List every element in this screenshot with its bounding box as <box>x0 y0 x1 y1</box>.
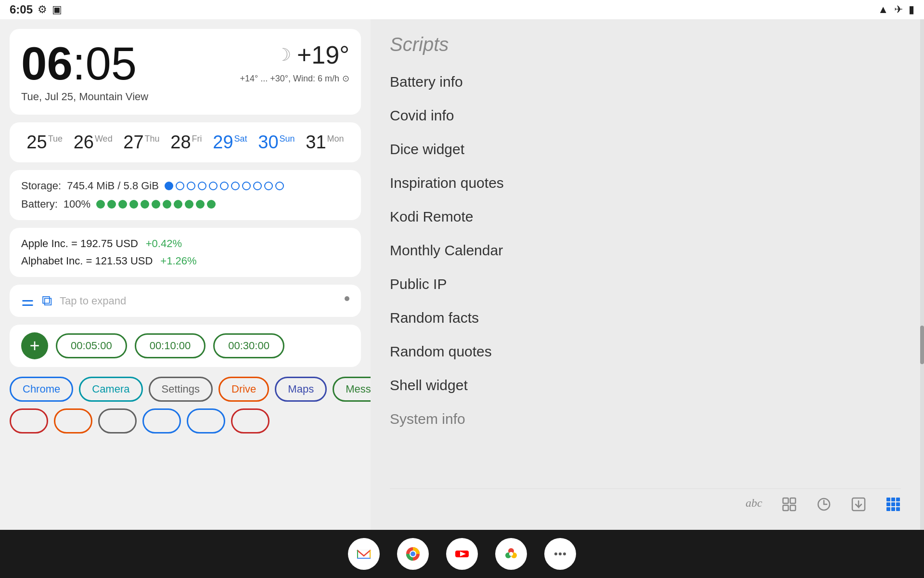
script-kodi-remote[interactable]: Kodi Remote <box>390 200 901 234</box>
app-settings[interactable]: Settings <box>149 377 213 402</box>
day-item-25[interactable]: 25Tue <box>26 132 63 153</box>
app-chrome[interactable]: Chrome <box>10 377 73 402</box>
script-random-facts[interactable]: Random facts <box>390 301 901 335</box>
app-row2-3[interactable] <box>98 408 137 434</box>
day-item-28[interactable]: 28Fri <box>170 132 202 153</box>
svg-rect-18 <box>357 558 371 559</box>
svg-rect-14 <box>896 507 900 511</box>
weather-moon-icon: ☽ <box>276 45 291 65</box>
svg-rect-2 <box>783 505 788 511</box>
app-drive[interactable]: Drive <box>218 377 269 402</box>
dock-photos[interactable] <box>495 538 527 570</box>
stock-name-apple: Apple Inc. = 192.75 USD <box>21 237 138 250</box>
svg-point-33 <box>559 552 562 555</box>
scripts-title: Scripts <box>390 34 901 55</box>
stock-row-apple: Apple Inc. = 192.75 USD +0.42% <box>21 237 349 250</box>
day-item-27[interactable]: 27Thu <box>123 132 159 153</box>
filter-icon: ⚌ <box>21 292 34 309</box>
svg-point-22 <box>411 552 415 556</box>
day-item-29[interactable]: 29Sat <box>213 132 247 153</box>
app-row2-5[interactable] <box>187 408 225 434</box>
clock-date: Tue, Jul 25, Mountain View <box>21 91 148 103</box>
download-box-icon[interactable] <box>851 497 866 515</box>
day-item-31[interactable]: 31Mon <box>306 132 344 153</box>
dock-youtube[interactable] <box>446 538 478 570</box>
right-panel: Scripts Battery info Covid info Dice wid… <box>371 19 920 530</box>
status-time: 6:05 <box>10 3 33 16</box>
timer-10min[interactable]: 00:10:00 <box>135 333 206 358</box>
battery-icon: ▮ <box>909 3 914 16</box>
number-grid-icon[interactable] <box>782 497 797 515</box>
day-item-26[interactable]: 26Wed <box>74 132 113 153</box>
svg-point-34 <box>563 552 566 555</box>
svg-rect-0 <box>783 498 788 503</box>
svg-rect-13 <box>891 507 895 511</box>
week-strip-card: 25Tue 26Wed 27Thu 28Fri 29Sat 30Sun 31Mo… <box>10 122 361 162</box>
app-row2-4[interactable] <box>142 408 181 434</box>
app-camera[interactable]: Camera <box>79 377 142 402</box>
text-abc-icon[interactable]: abc <box>745 497 762 515</box>
svg-rect-12 <box>886 507 890 511</box>
clock-refresh-icon[interactable] <box>816 497 832 515</box>
script-public-ip[interactable]: Public IP <box>390 267 901 301</box>
svg-rect-8 <box>896 498 900 501</box>
app-maps[interactable]: Maps <box>275 377 327 402</box>
timer-add-button[interactable]: + <box>21 332 48 359</box>
svg-point-32 <box>554 552 557 555</box>
airplane-icon: ✈ <box>894 3 903 16</box>
battery-dots <box>96 200 216 209</box>
clock-weather-card: 06:05 Tue, Jul 25, Mountain View ☽ +19° … <box>10 29 361 115</box>
copy-icon: ⧉ <box>42 292 52 309</box>
storage-value: 745.4 MiB / 5.8 GiB <box>67 180 159 192</box>
script-inspiration-quotes[interactable]: Inspiration quotes <box>390 166 901 200</box>
svg-rect-1 <box>790 498 796 503</box>
scrollbar-track[interactable] <box>920 19 924 530</box>
main-area: 06:05 Tue, Jul 25, Mountain View ☽ +19° … <box>0 19 924 530</box>
app-grid: Chrome Camera Settings Drive Maps Messag… <box>10 375 361 404</box>
storage-dots <box>165 182 284 190</box>
svg-rect-6 <box>886 498 890 501</box>
dock-chrome[interactable] <box>397 538 429 570</box>
clock-hour: 06 <box>21 38 73 89</box>
svg-rect-7 <box>891 498 895 501</box>
script-shell-widget[interactable]: Shell widget <box>390 368 901 402</box>
app-row2-1[interactable] <box>10 408 48 434</box>
app-messages[interactable]: Messages <box>333 377 371 402</box>
grid-blue-icon[interactable] <box>886 497 901 515</box>
dock-more[interactable] <box>544 538 576 570</box>
script-random-quotes[interactable]: Random quotes <box>390 335 901 368</box>
weather-nav-icon: ⊙ <box>342 73 349 84</box>
status-bar: 6:05 ⚙ ▣ ▲ ✈ ▮ <box>0 0 924 19</box>
svg-rect-16 <box>357 550 358 559</box>
stock-name-alphabet: Alphabet Inc. = 121.53 USD <box>21 255 153 267</box>
svg-point-30 <box>509 552 513 556</box>
timer-card: + 00:05:00 00:10:00 00:30:00 <box>10 325 361 367</box>
app-row2-6[interactable] <box>231 408 270 434</box>
expand-card[interactable]: ⚌ ⧉ Tap to expand <box>10 285 361 317</box>
svg-rect-11 <box>896 502 900 506</box>
day-item-30[interactable]: 30Sun <box>258 132 295 153</box>
script-battery-info[interactable]: Battery info <box>390 65 901 99</box>
script-covid-info[interactable]: Covid info <box>390 99 901 132</box>
battery-label: Battery: <box>21 198 58 210</box>
dock-gmail[interactable] <box>348 538 380 570</box>
wifi-icon: ▲ <box>878 3 888 16</box>
left-panel: 06:05 Tue, Jul 25, Mountain View ☽ +19° … <box>0 19 371 530</box>
script-monthly-calendar[interactable]: Monthly Calendar <box>390 234 901 267</box>
svg-rect-17 <box>370 550 371 559</box>
battery-value: 100% <box>64 198 90 210</box>
bottom-dock <box>0 530 924 578</box>
stock-row-alphabet: Alphabet Inc. = 121.53 USD +1.26% <box>21 255 349 267</box>
stocks-card: Apple Inc. = 192.75 USD +0.42% Alphabet … <box>10 228 361 277</box>
scrollbar-thumb[interactable] <box>920 326 924 364</box>
svg-rect-10 <box>891 502 895 506</box>
storage-label: Storage: <box>21 180 61 192</box>
script-system-info[interactable]: System info <box>390 402 901 436</box>
tap-to-expand-text: Tap to expand <box>60 295 126 307</box>
scripts-list[interactable]: Battery info Covid info Dice widget Insp… <box>390 65 901 481</box>
sdcard-icon: ▣ <box>52 3 62 16</box>
timer-5min[interactable]: 00:05:00 <box>56 333 127 358</box>
app-row2-2[interactable] <box>54 408 92 434</box>
timer-30min[interactable]: 00:30:00 <box>213 333 284 358</box>
script-dice-widget[interactable]: Dice widget <box>390 132 901 166</box>
